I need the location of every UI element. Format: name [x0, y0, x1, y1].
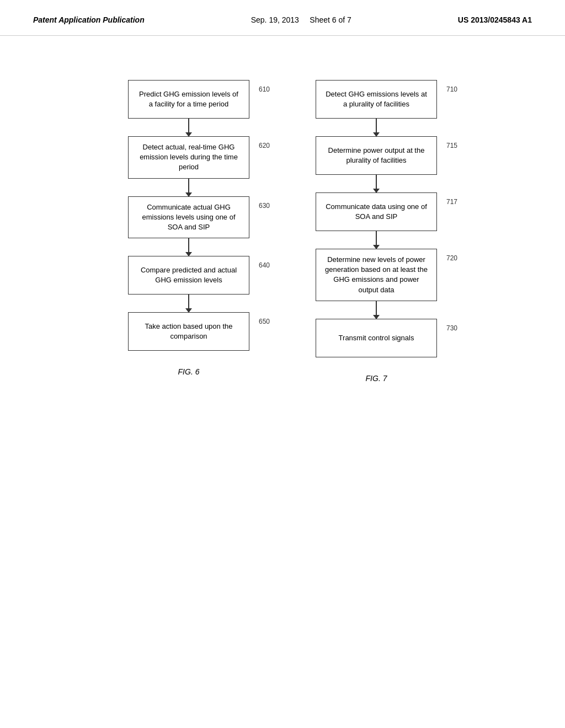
arrow-715-717	[376, 175, 377, 192]
step-650: Take action based upon the comparison 65…	[128, 312, 249, 351]
sheet-info: Sheet 6 of 7	[310, 15, 351, 24]
arrow-620-630	[188, 179, 189, 196]
step-630: Communicate actual GHG emissions levels …	[128, 196, 249, 239]
patent-number: US 2013/0245843 A1	[458, 15, 532, 24]
step-620-label: 620	[259, 141, 270, 151]
step-640: Compare predicted and actual GHG emissio…	[128, 256, 249, 295]
arrow-640-650	[188, 295, 189, 312]
flowchart-fig7: Detect GHG emissions levels at a plurali…	[310, 80, 443, 383]
arrow-610-620	[188, 119, 189, 136]
step-730: Transmit control signals 730	[316, 319, 437, 357]
step-640-label: 640	[259, 261, 270, 270]
step-720: Determine new levels of power generation…	[316, 249, 437, 301]
arrow-720-730	[376, 301, 377, 319]
step-715: Determine power output at the plurality …	[316, 136, 437, 175]
diagrams-container: Predict GHG emission levels of a facilit…	[44, 80, 521, 383]
publication-label: Patent Application Publication	[33, 15, 145, 24]
step-610-label: 610	[259, 85, 270, 94]
step-610: Predict GHG emission levels of a facilit…	[128, 80, 249, 119]
step-717: Communicate data using one of SOA and SI…	[316, 192, 437, 231]
main-content: Predict GHG emission levels of a facilit…	[0, 36, 565, 416]
step-720-label: 720	[446, 254, 457, 263]
page-header: Patent Application Publication Sep. 19, …	[0, 0, 565, 36]
page: Patent Application Publication Sep. 19, …	[0, 0, 565, 728]
publication-date: Sep. 19, 2013	[251, 15, 299, 24]
step-620: Detect actual, real-time GHG emission le…	[128, 136, 249, 179]
step-710: Detect GHG emissions levels at a plurali…	[316, 80, 437, 119]
step-715-label: 715	[446, 141, 457, 151]
step-717-label: 717	[446, 197, 457, 207]
fig6-label: FIG. 6	[178, 367, 200, 376]
step-630-label: 630	[259, 201, 270, 211]
step-710-label: 710	[446, 85, 457, 94]
flowchart-fig6: Predict GHG emission levels of a facilit…	[122, 80, 255, 383]
arrow-717-720	[376, 231, 377, 249]
step-730-label: 730	[446, 324, 457, 333]
header-center: Sep. 19, 2013 Sheet 6 of 7	[251, 15, 351, 24]
arrow-630-640	[188, 238, 189, 256]
fig7-label: FIG. 7	[366, 374, 387, 383]
step-650-label: 650	[259, 317, 270, 326]
arrow-710-715	[376, 119, 377, 136]
